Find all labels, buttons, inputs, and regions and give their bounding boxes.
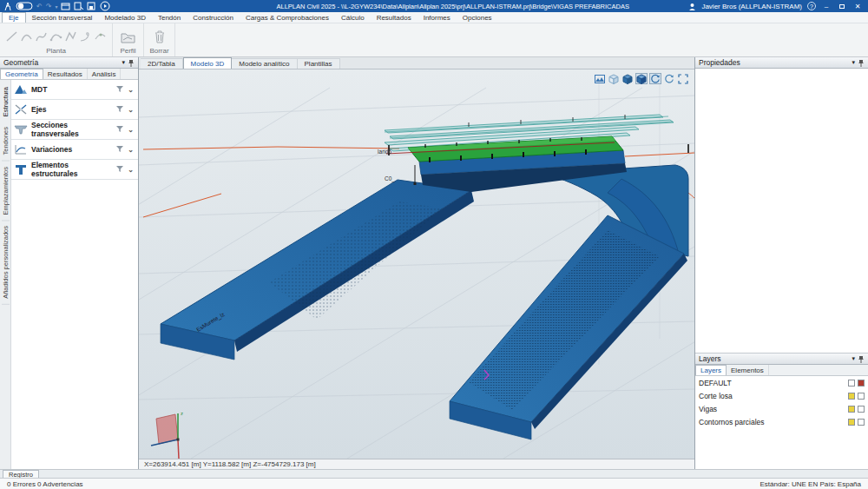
layer-row-vigas[interactable]: Vigas <box>695 402 868 415</box>
layer-color-chip[interactable] <box>848 419 855 426</box>
panel-dropdown-icon[interactable]: ▾ <box>852 355 855 362</box>
draw-polyline-icon[interactable] <box>64 30 77 43</box>
draw-arc-icon[interactable] <box>20 30 33 43</box>
layer-color-chip[interactable] <box>848 393 855 400</box>
layer-color-chip[interactable] <box>848 380 855 387</box>
draw-curve-icon[interactable] <box>35 30 48 43</box>
draw-clothoid-icon[interactable] <box>79 30 92 43</box>
filter-icon[interactable] <box>116 86 124 93</box>
standard-country-status: Estándar: UNE EN País: España <box>760 480 862 488</box>
menu-tab-cargas-comprobaciones[interactable]: Cargas & Comprobaciones <box>240 12 335 23</box>
side-tab-strip: Estructura Tendones Emplazamientos Añadi… <box>0 80 11 469</box>
layer-color-chip[interactable] <box>858 419 865 426</box>
run-play-icon[interactable] <box>100 1 110 11</box>
mdt-surface-icon <box>14 83 28 96</box>
layer-color-chip[interactable] <box>858 380 865 387</box>
quick-access-toolbar: ↶ ↷ ▾ <box>0 1 217 11</box>
filter-icon[interactable] <box>116 106 124 113</box>
panel-pin-icon[interactable] <box>858 59 865 67</box>
undo-icon[interactable]: ↶ <box>36 3 43 10</box>
menu-tab-informes[interactable]: Informes <box>418 12 457 23</box>
hidden-line-view-icon[interactable] <box>608 73 620 84</box>
render-image-icon[interactable] <box>594 73 606 84</box>
tab-resultados[interactable]: Resultados <box>43 69 88 79</box>
tab-analisis[interactable]: Análisis <box>88 69 122 79</box>
tree-item-mdt[interactable]: MDT ⌄ <box>11 80 138 100</box>
redo-icon[interactable]: ↷ <box>46 3 52 10</box>
side-tab-emplazamientos[interactable]: Emplazamientos <box>2 162 10 221</box>
tab-plantillas[interactable]: Plantillas <box>298 58 340 69</box>
layers-panel-tabs: Layers Elementos <box>695 365 868 376</box>
panel-dropdown-icon[interactable]: ▾ <box>852 59 855 66</box>
user-icon <box>688 3 696 10</box>
save-file-icon[interactable] <box>87 2 96 10</box>
maximize-button[interactable] <box>837 3 847 10</box>
menu-tab-modelado-3d[interactable]: Modelado 3D <box>98 12 152 23</box>
tab-2d-tabla[interactable]: 2D/Tabla <box>141 58 183 69</box>
tab-modelo-analitico[interactable]: Modelo analítico <box>232 58 297 69</box>
chevron-down-icon[interactable]: ⌄ <box>128 126 135 134</box>
chevron-down-icon[interactable]: ⌄ <box>128 166 135 174</box>
panel-dropdown-icon[interactable]: ▾ <box>122 59 125 66</box>
chevron-down-icon[interactable]: ⌄ <box>128 86 135 94</box>
menu-tab-resultados[interactable]: Resultados <box>371 12 418 23</box>
filter-icon[interactable] <box>116 126 124 133</box>
chevron-down-icon[interactable]: ⌄ <box>128 146 135 154</box>
minimize-button[interactable]: – <box>821 3 832 10</box>
menu-tab-calculo[interactable]: Cálculo <box>335 12 371 23</box>
side-tab-estructura[interactable]: Estructura <box>2 82 10 122</box>
tree-item-variaciones[interactable]: Variaciones ⌄ <box>11 140 138 160</box>
menu-tab-opciones[interactable]: Opciones <box>457 12 498 23</box>
layer-row-contornos-parciales[interactable]: Contornos parciales <box>695 415 868 428</box>
structural-element-icon <box>14 163 28 175</box>
tab-layers[interactable]: Layers <box>695 365 727 375</box>
window-title: ALLPLAN Civil 2025 - \\L-2GYW234\Data\Al… <box>217 3 688 10</box>
tab-geometria[interactable]: Geometría <box>0 69 43 79</box>
draw-spline-icon[interactable] <box>49 30 62 43</box>
registro-tab[interactable]: Registro <box>3 470 39 478</box>
help-icon[interactable]: ? <box>807 2 816 10</box>
quick-toggle-icon[interactable] <box>16 2 33 10</box>
tree-item-secciones-transversales[interactable]: Secciones transversales ⌄ <box>11 120 138 140</box>
trash-icon[interactable] <box>154 30 166 43</box>
menu-tab-eje[interactable]: Eje <box>2 12 26 23</box>
rotate-view-icon[interactable] <box>663 73 675 84</box>
layers-list: DEFAULT Corte losa Vigas Contornos parci… <box>695 376 868 428</box>
panel-pin-icon[interactable] <box>858 355 865 363</box>
user-name[interactable]: Javier Bros (ALLPLAN-ISTRAM) <box>701 3 802 10</box>
model-3d-canvas[interactable]: EsMurete_Iz <box>139 69 694 459</box>
tab-modelo-3d[interactable]: Modelo 3D <box>183 57 233 69</box>
shaded-edges-view-icon[interactable] <box>635 73 648 84</box>
shaded-view-icon[interactable] <box>621 73 634 84</box>
layer-row-default[interactable]: DEFAULT <box>695 376 868 389</box>
filter-icon[interactable] <box>116 146 124 153</box>
layer-row-corte-losa[interactable]: Corte losa <box>695 389 868 402</box>
layer-color-chip[interactable] <box>848 406 855 413</box>
draw-point-curve-icon[interactable] <box>94 30 107 43</box>
tree-item-ejes[interactable]: Ejes ⌄ <box>11 100 138 120</box>
menu-tab-construccion[interactable]: Construcción <box>187 12 240 23</box>
layer-color-chip[interactable] <box>858 393 865 400</box>
layer-color-chip[interactable] <box>858 406 865 413</box>
undo-dropdown-icon[interactable]: ▾ <box>55 3 57 10</box>
chevron-down-icon[interactable]: ⌄ <box>128 106 135 114</box>
profile-icon[interactable] <box>121 30 135 43</box>
menu-tab-tendon[interactable]: Tendón <box>152 12 187 23</box>
coordinate-bar: X=263914.451 [m] Y=1118.582 [m] Z=-47547… <box>139 459 694 469</box>
orbit-mode-icon[interactable] <box>649 73 661 84</box>
draw-line-icon[interactable] <box>5 30 18 43</box>
filter-icon[interactable] <box>116 166 124 173</box>
side-tab-tendones[interactable]: Tendones <box>2 122 10 162</box>
new-file-icon[interactable] <box>74 2 83 10</box>
close-button[interactable]: ✕ <box>852 3 863 10</box>
title-bar: ↶ ↷ ▾ ALLPLAN Civil 2025 - \\L-2GYW234\D… <box>0 0 868 12</box>
tree-item-elementos-estructurales[interactable]: Elementos estructurales ⌄ <box>11 160 138 180</box>
layers-panel-header: Layers ▾ <box>695 354 868 365</box>
viewport-tabs: 2D/Tabla Modelo 3D Modelo analítico Plan… <box>139 57 694 69</box>
menu-tab-seccion-transversal[interactable]: Sección transversal <box>26 12 99 23</box>
tab-elementos[interactable]: Elementos <box>727 365 769 375</box>
fullscreen-icon[interactable] <box>677 73 689 84</box>
panel-pin-icon[interactable] <box>128 59 135 67</box>
open-project-icon[interactable] <box>61 2 70 10</box>
side-tab-anadidos-personalizados[interactable]: Añadidos personalizados <box>2 221 10 305</box>
